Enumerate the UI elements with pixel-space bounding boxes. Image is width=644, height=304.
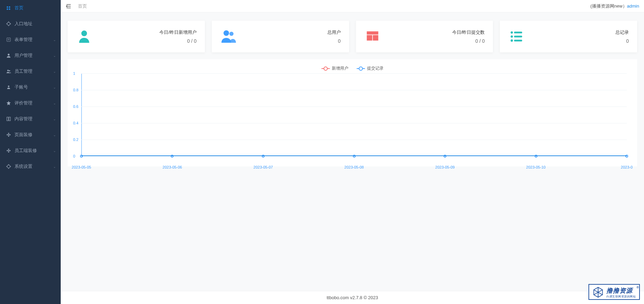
- people-icon: [220, 28, 237, 45]
- card-title: 今日/昨日提交数: [381, 29, 485, 36]
- sidebar-item-forms[interactable]: 表单管理 ⌄: [0, 32, 61, 48]
- sidebar-item-reviews[interactable]: 评价管理 ⌄: [0, 95, 61, 111]
- legend-label: 新增用户: [332, 65, 348, 71]
- svg-rect-29: [367, 31, 378, 34]
- sidebar-item-label: 员工管理: [14, 68, 32, 74]
- svg-point-32: [511, 31, 513, 34]
- site-name: (播播资源网new）: [590, 3, 627, 9]
- x-axis-tick: 2023-05-08: [344, 165, 364, 169]
- move-icon: [6, 148, 11, 153]
- svg-point-0: [7, 6, 8, 8]
- card-title: 总用户: [237, 29, 341, 36]
- chevron-down-icon: ⌄: [53, 70, 56, 73]
- chevron-down-icon: ⌄: [53, 54, 56, 58]
- sidebar-item-settings[interactable]: 系统设置 ⌄: [0, 159, 61, 174]
- chevron-down-icon: ⌄: [53, 117, 56, 121]
- card-title: 总记录: [525, 29, 629, 36]
- svg-rect-16: [7, 117, 8, 121]
- line-chart[interactable]: 00.20.40.60.812023-05-052023-05-062023-0…: [81, 73, 627, 163]
- chevron-down-icon: ⌄: [53, 133, 56, 137]
- sidebar-item-content[interactable]: 内容管理 ⌄: [0, 111, 61, 127]
- svg-rect-9: [7, 38, 11, 42]
- svg-point-2: [7, 8, 8, 10]
- watermark-title: 撸撸资源®: [606, 286, 636, 295]
- chart-container: 新增用户 提交记录 00.20.40.60.812023-05-052023-0…: [68, 59, 637, 166]
- sidebar-item-staff[interactable]: 员工管理 ⌄: [0, 63, 61, 79]
- legend-item-new-users[interactable]: 新增用户: [321, 65, 348, 71]
- chevron-down-icon: ⌄: [53, 165, 56, 169]
- svg-rect-33: [514, 32, 522, 33]
- card-value: 0: [237, 38, 341, 44]
- legend-marker-red: [321, 68, 330, 69]
- x-axis-tick: 2023-05-05: [72, 165, 91, 169]
- sidebar: 首页 入口地址 表单管理 ⌄ 用户管理 ⌄ 员工管理: [0, 0, 61, 304]
- card-value: 0: [525, 38, 629, 44]
- sidebar-item-label: 系统设置: [14, 163, 32, 170]
- grid-icon: [364, 28, 381, 45]
- x-axis-tick: 2023-05-06: [162, 165, 182, 169]
- sidebar-item-staff-decor[interactable]: 员工端装修 ⌄: [0, 143, 61, 159]
- sidebar-item-entry[interactable]: 入口地址: [0, 16, 61, 32]
- card-title: 今日/昨日新增用户: [92, 29, 197, 36]
- users-icon: [6, 69, 11, 74]
- chevron-down-icon: ⌄: [53, 149, 56, 153]
- sidebar-item-subaccount[interactable]: 子账号 ⌄: [0, 79, 61, 95]
- legend-marker-blue: [357, 68, 365, 69]
- svg-point-15: [8, 85, 9, 87]
- watermark-logo: 撸撸资源® 白嫖互联网资源的网站: [588, 284, 640, 300]
- sidebar-item-page-decor[interactable]: 页面装修 ⌄: [0, 127, 61, 143]
- list-icon: [508, 28, 525, 45]
- sidebar-item-label: 首页: [14, 5, 23, 11]
- svg-point-26: [81, 31, 87, 37]
- y-axis-tick: 1: [73, 71, 75, 75]
- sidebar-item-users[interactable]: 用户管理 ⌄: [0, 48, 61, 63]
- y-axis-tick: 0.6: [73, 104, 78, 109]
- svg-rect-31: [373, 35, 378, 41]
- stat-cards: 今日/昨日新增用户 0 / 0 总用户 0: [61, 12, 644, 59]
- svg-point-4: [7, 22, 10, 26]
- sidebar-item-home[interactable]: 首页: [0, 0, 61, 16]
- sidebar-item-label: 页面装修: [14, 132, 32, 138]
- svg-rect-35: [514, 36, 522, 38]
- svg-point-18: [7, 165, 10, 168]
- sidebar-item-label: 入口地址: [14, 21, 32, 27]
- stat-card-submissions: 今日/昨日提交数 0 / 0: [356, 21, 493, 52]
- x-axis-tick: 2023-05-09: [435, 165, 455, 169]
- content: 今日/昨日新增用户 0 / 0 总用户 0: [61, 12, 644, 291]
- svg-point-3: [9, 8, 10, 10]
- svg-rect-30: [367, 35, 372, 41]
- menu-toggle-button[interactable]: [66, 3, 72, 9]
- svg-point-14: [9, 70, 10, 72]
- form-icon: [6, 37, 11, 42]
- legend-item-submissions[interactable]: 提交记录: [357, 65, 384, 71]
- chevron-down-icon: ⌄: [53, 85, 56, 89]
- svg-point-13: [7, 70, 9, 71]
- svg-rect-37: [514, 40, 522, 41]
- stat-card-total-users: 总用户 0: [212, 21, 349, 52]
- x-axis-tick: 2023-05-07: [254, 165, 273, 169]
- y-axis-tick: 0.8: [73, 88, 78, 92]
- x-axis-tick: 2023-0: [621, 165, 633, 169]
- user-name: admin: [627, 3, 639, 9]
- dashboard-icon: [6, 6, 11, 10]
- settings-icon: [6, 164, 11, 169]
- watermark-subtitle: 白嫖互联网资源的网站: [606, 295, 636, 298]
- footer: ttbobo.com v2.7.8 © 2023: [61, 291, 644, 304]
- topbar: 首页 (播播资源网new）admin: [61, 0, 644, 12]
- target-icon: [6, 21, 11, 26]
- account-icon: [6, 85, 11, 90]
- main: 首页 (播播资源网new）admin 今日/昨日新增用户 0 / 0: [61, 0, 644, 304]
- stat-card-new-users: 今日/昨日新增用户 0 / 0: [68, 21, 205, 52]
- sidebar-item-label: 员工端装修: [14, 148, 37, 154]
- svg-point-34: [511, 36, 513, 38]
- topbar-user[interactable]: (播播资源网new）admin: [590, 3, 639, 9]
- breadcrumb[interactable]: 首页: [78, 3, 87, 9]
- sidebar-item-label: 评价管理: [14, 100, 32, 106]
- sidebar-item-label: 内容管理: [14, 116, 32, 122]
- user-icon: [6, 53, 11, 58]
- svg-point-27: [224, 30, 229, 36]
- stat-card-total-records: 总记录 0: [500, 21, 637, 52]
- footer-text: ttbobo.com v2.7.8 © 2023: [327, 295, 378, 300]
- move-icon: [6, 132, 11, 137]
- card-value: 0 / 0: [92, 38, 197, 44]
